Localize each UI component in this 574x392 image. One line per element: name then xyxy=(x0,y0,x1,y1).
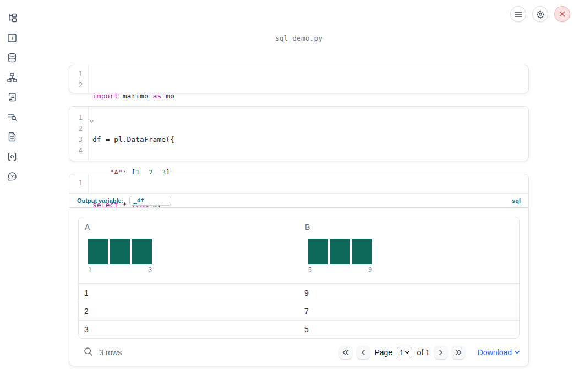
line-number: 2 xyxy=(69,80,83,91)
histogram-bar xyxy=(110,239,130,264)
line-number: 1 xyxy=(69,69,83,80)
column-histogram: 5 9 xyxy=(308,239,372,274)
download-label: Download xyxy=(478,348,512,357)
pagination: Page 1 of 1 Download xyxy=(339,346,520,359)
page-title: sql_demo.py xyxy=(69,34,529,42)
histogram-bar xyxy=(132,239,152,264)
histogram-bar xyxy=(352,239,372,264)
column-name: B xyxy=(305,223,519,231)
table-cell: 3 xyxy=(79,325,299,334)
function-icon[interactable]: f xyxy=(7,32,18,43)
help-icon[interactable]: ? xyxy=(7,171,18,182)
histogram-min-label: 1 xyxy=(88,266,92,274)
code-editor[interactable]: import marimo as mo import polars as pl xyxy=(89,65,528,93)
code-token: as xyxy=(153,92,162,100)
table-cell: 7 xyxy=(299,307,519,316)
chevron-down-icon[interactable] xyxy=(89,116,94,126)
table-cell: 9 xyxy=(299,289,519,297)
code-token: df = pl.DataFrame({ xyxy=(92,135,174,143)
table-cell: 2 xyxy=(79,307,299,316)
page-select[interactable]: 1 xyxy=(397,347,412,358)
code-editor[interactable]: df = pl.DataFrame({ "A": [1, 2, 3], "B":… xyxy=(89,107,528,161)
table-footer: 3 rows Page 1 of 1 xyxy=(78,339,520,366)
line-number: 4 xyxy=(69,145,83,156)
output-variable-label: Output variable: xyxy=(77,197,123,204)
histogram-max-label: 9 xyxy=(368,266,372,274)
table-row[interactable]: 2 7 xyxy=(79,302,519,320)
first-page-button[interactable] xyxy=(339,346,352,359)
code-cell-dataframe[interactable]: 1 2 3 4 df = pl.DataFrame({ "A": [1, 2, … xyxy=(69,106,529,161)
code-line: df = pl.DataFrame({ xyxy=(92,134,528,145)
table-cell: 5 xyxy=(299,325,519,334)
column-header-b[interactable]: B 5 9 xyxy=(299,217,519,283)
page-total-label: of 1 xyxy=(417,348,429,357)
list-search-icon[interactable] xyxy=(7,112,18,123)
dependency-graph-icon[interactable] xyxy=(7,72,18,83)
search-icon[interactable] xyxy=(84,347,93,358)
last-page-button[interactable] xyxy=(452,346,465,359)
line-number-gutter: 1 2 3 4 xyxy=(69,107,89,161)
scratchpad-icon[interactable] xyxy=(7,92,18,103)
line-number: 2 xyxy=(69,123,83,134)
row-count: 3 rows xyxy=(99,348,122,357)
line-number: 3 xyxy=(69,134,83,145)
code-cell-imports[interactable]: 1 2 import marimo as mo import polars as… xyxy=(69,65,529,93)
table-cell: 1 xyxy=(79,289,299,297)
notebook-area: sql_demo.py 1 2 import marimo as mo impo… xyxy=(69,0,529,392)
line-number: 1 xyxy=(69,178,83,189)
line-number-gutter: 1 xyxy=(69,174,89,193)
page-select-value: 1 xyxy=(400,349,403,357)
output-variable-input[interactable] xyxy=(129,196,171,206)
line-number-gutter: 1 2 xyxy=(69,65,89,93)
close-icon[interactable] xyxy=(554,6,570,22)
language-badge: sql xyxy=(512,197,521,204)
histogram-bar xyxy=(88,239,108,264)
column-histogram: 1 3 xyxy=(88,239,152,274)
snippets-icon[interactable] xyxy=(7,151,18,162)
column-name: A xyxy=(85,223,299,231)
table-row[interactable]: 1 9 xyxy=(79,284,519,302)
histogram-bar xyxy=(330,239,350,264)
svg-text:f: f xyxy=(11,35,15,41)
sql-cell-footer: Output variable: sql xyxy=(69,193,528,207)
code-token: import xyxy=(92,92,118,100)
code-editor[interactable]: select * from df xyxy=(89,174,528,193)
code-line: import marimo as mo xyxy=(92,91,528,102)
chevron-down-icon xyxy=(515,351,520,354)
download-button[interactable]: Download xyxy=(478,348,520,357)
column-header-a[interactable]: A 1 3 xyxy=(79,217,299,283)
gear-icon[interactable] xyxy=(532,6,548,22)
line-number: 1 xyxy=(69,112,83,123)
code-cell-sql[interactable]: 1 select * from df Output variable: sql xyxy=(69,174,529,208)
histogram-max-label: 3 xyxy=(148,266,152,274)
file-tree-icon[interactable] xyxy=(7,13,18,24)
dataframe-table: A 1 3 B xyxy=(78,217,520,339)
code-token: marimo xyxy=(118,92,153,100)
histogram-bar xyxy=(308,239,328,264)
previous-page-button[interactable] xyxy=(357,346,370,359)
table-row[interactable]: 3 5 xyxy=(79,320,519,338)
svg-text:?: ? xyxy=(10,174,14,179)
sql-output-panel: A 1 3 B xyxy=(69,208,529,366)
sidebar: f ? xyxy=(0,0,24,392)
document-icon[interactable] xyxy=(7,131,18,142)
histogram-min-label: 5 xyxy=(308,266,312,274)
table-header: A 1 3 B xyxy=(79,217,519,284)
next-page-button[interactable] xyxy=(434,346,447,359)
database-icon[interactable] xyxy=(7,52,18,63)
page-label: Page xyxy=(374,348,392,357)
code-token: mo xyxy=(161,92,174,100)
